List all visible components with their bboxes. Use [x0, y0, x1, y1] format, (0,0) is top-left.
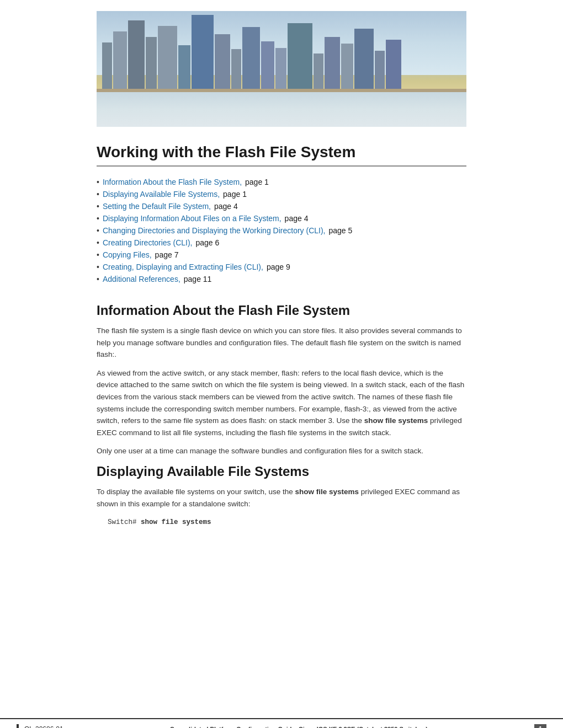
toc-link-7[interactable]: Copying Files, [103, 250, 152, 259]
footer-right: 1 [534, 724, 546, 728]
toc-bullet: • [97, 250, 99, 259]
title-divider [97, 165, 466, 167]
toc-item-7: • Copying Files, page 7 [97, 250, 466, 259]
toc-link-6[interactable]: Creating Directories (CLI), [103, 238, 193, 247]
footer-page-box: 1 [534, 724, 546, 728]
toc-item-5: • Changing Directories and Displaying th… [97, 226, 466, 235]
footer-doc-title: Consolidated Platform Configuration Guid… [170, 726, 428, 728]
toc-item-9: • Additional References, page 11 [97, 275, 466, 283]
toc-page-5: page 5 [328, 226, 352, 235]
footer-doc-num: OL-30686-01 [24, 725, 63, 728]
toc-item-6: • Creating Directories (CLI), page 6 [97, 238, 466, 247]
code-prompt: Switch# [108, 518, 141, 526]
footer-left: OL-30686-01 [17, 724, 63, 728]
section-title-2: Displaying Available File Systems [97, 464, 466, 479]
footer-bar-icon [17, 724, 19, 728]
code-command: show file systems [141, 518, 211, 526]
code-block-1: Switch# show file systems [108, 517, 466, 528]
toc-bullet: • [97, 226, 99, 235]
toc-bullet: • [97, 238, 99, 247]
toc-bullet: • [97, 275, 99, 283]
section-title-1: Information About the Flash File System [97, 303, 466, 318]
toc-link-3[interactable]: Setting the Default File System, [103, 202, 211, 211]
footer: OL-30686-01 Consolidated Platform Config… [0, 718, 563, 728]
toc-page-9: page 11 [184, 275, 212, 283]
section-1-para-3: Only one user at a time can manage the s… [97, 445, 466, 457]
toc-link-5[interactable]: Changing Directories and Displaying the … [103, 226, 326, 235]
section-1-para-1: The flash file system is a single flash … [97, 325, 466, 361]
toc-page-6: page 6 [196, 238, 220, 247]
toc-page-1: page 1 [245, 178, 269, 186]
section-1-para-2: As viewed from the active switch, or any… [97, 367, 466, 439]
footer-page-num-box: 1 [539, 725, 543, 728]
toc-list: • Information About the Flash File Syste… [97, 178, 466, 283]
toc-item-4: • Displaying Information About Files on … [97, 214, 466, 223]
toc-item-3: • Setting the Default File System, page … [97, 202, 466, 211]
toc-bullet: • [97, 214, 99, 223]
toc-page-2: page 1 [223, 190, 247, 199]
toc-link-4[interactable]: Displaying Information About Files on a … [103, 214, 282, 223]
toc-page-7: page 7 [155, 250, 179, 259]
toc-page-8: page 9 [267, 263, 290, 271]
toc-bullet: • [97, 190, 99, 199]
section-2-para-1: To display the available file systems on… [97, 486, 466, 510]
footer-center: Consolidated Platform Configuration Guid… [170, 726, 428, 728]
toc-item-1: • Information About the Flash File Syste… [97, 178, 466, 186]
toc-bullet: • [97, 263, 99, 271]
main-content: Working with the Flash File System • Inf… [0, 143, 563, 528]
toc-link-2[interactable]: Displaying Available File Systems, [103, 190, 220, 199]
toc-page-3: page 4 [214, 202, 238, 211]
toc-bullet: • [97, 202, 99, 211]
hero-image [97, 11, 466, 127]
page-title: Working with the Flash File System [97, 143, 466, 161]
page-container: Working with the Flash File System • Inf… [0, 11, 563, 728]
toc-link-8[interactable]: Creating, Displaying and Extracting File… [103, 263, 263, 271]
toc-link-9[interactable]: Additional References, [103, 275, 180, 283]
toc-link-1[interactable]: Information About the Flash File System, [103, 178, 242, 186]
toc-page-4: page 4 [285, 214, 309, 223]
toc-item-8: • Creating, Displaying and Extracting Fi… [97, 263, 466, 271]
toc-bullet: • [97, 178, 99, 186]
toc-item-2: • Displaying Available File Systems, pag… [97, 190, 466, 199]
